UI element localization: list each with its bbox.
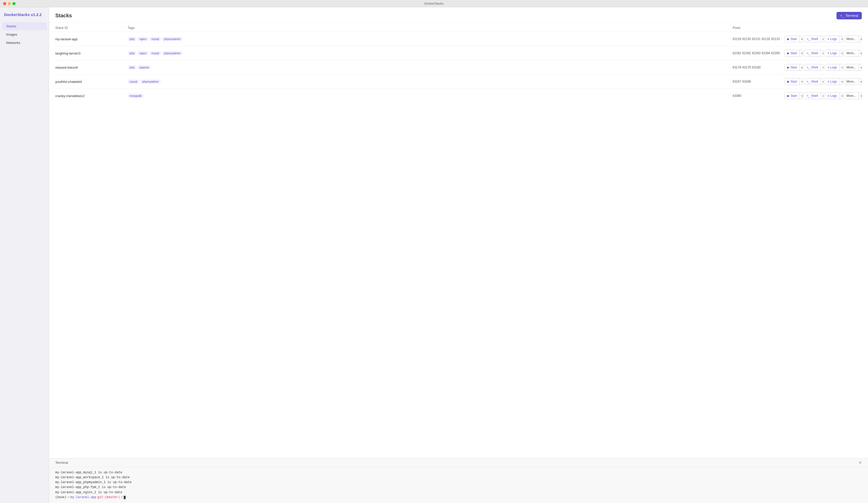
sidebar-item-stacks[interactable]: Stacks [2,22,47,30]
more-caret[interactable]: ▾ [859,36,862,42]
ports-cell: 63178 63179 63180 [733,65,784,69]
ports-cell: 63267 63268 [733,80,784,83]
more-caret[interactable]: ▾ [859,50,862,56]
start-caret[interactable]: ▾ [799,50,803,56]
port: 62133 [772,37,780,41]
more-caret[interactable]: ▾ [859,64,862,71]
start-caret[interactable]: ▾ [799,93,803,99]
more-button[interactable]: More... [844,36,859,42]
logs-button[interactable]: ≡ Logs [825,64,840,71]
app-title: DockerStacks v1.2.2 [0,12,49,22]
start-btn-group: ▶ Start ▾ [784,92,803,99]
shell-button[interactable]: >_ Shell [804,64,820,71]
shell-button[interactable]: >_ Shell [804,93,820,99]
port: 62394 [762,51,770,55]
start-caret[interactable]: ▾ [799,64,803,71]
terminal-icon: >_ [840,14,844,18]
sidebar: DockerStacks v1.2.2 Stacks Images Networ… [0,7,49,503]
terminal-line: my-laravel-app_phpmyadmin_1 is up-to-dat… [55,480,862,485]
sidebar-item-images[interactable]: Images [2,30,47,39]
port: 63180 [752,65,761,69]
main-content: Stacks >_ Terminal Stack ID Tags Ports m… [49,7,868,503]
more-button[interactable]: More... [844,50,859,56]
start-button[interactable]: ▶ Start [785,50,799,56]
port: 62395 [772,51,780,55]
logs-caret[interactable]: ▾ [840,64,843,71]
start-icon: ▶ [787,51,789,55]
shell-caret[interactable]: ▾ [821,64,824,71]
prompt-arrow: ➜ [68,495,69,500]
actions-cell: ▶ Start ▾ >_ Shell ▾ ≡ Logs ▾ More... ▾ [784,36,862,42]
logs-icon: ≡ [827,94,829,98]
logs-icon: ≡ [827,80,829,83]
actions-cell: ▶ Start ▾ >_ Shell ▾ ≡ Logs ▾ More... ▾ [784,64,862,71]
more-caret[interactable]: ▾ [859,93,862,99]
start-button[interactable]: ▶ Start [785,64,799,71]
more-caret[interactable]: ▾ [859,78,862,85]
terminal-body[interactable]: my-laravel-app_mysql_1 is up-to-date my-… [49,467,868,503]
close-btn[interactable] [3,2,6,5]
logs-caret[interactable]: ▾ [840,78,843,85]
more-button[interactable]: More... [844,93,859,99]
shell-caret[interactable]: ▾ [821,78,824,85]
tag: php [127,37,136,41]
start-icon: ▶ [787,37,789,41]
logs-button[interactable]: ≡ Logs [825,78,840,85]
shell-icon: >_ [807,80,810,83]
shell-caret[interactable]: ▾ [821,50,824,56]
page-title: Stacks [55,13,72,19]
logs-button[interactable]: ≡ Logs [825,36,840,42]
tag: phpmyadmin [140,80,161,84]
shell-button[interactable]: >_ Shell [804,50,820,56]
logs-btn-group: ≡ Logs ▾ [825,36,843,42]
maximize-btn[interactable] [12,2,16,5]
port: 62393 [752,51,761,55]
terminal-line: my-laravel-app_workspace_1 is up-to-date [55,475,862,480]
shell-caret[interactable]: ▾ [821,93,824,99]
tags-cell: php nginx mysql phpmyadmin [127,51,733,55]
port: 62132 [762,37,770,41]
tag: apache [137,65,151,70]
terminal-prompt: (base) ➜ my-laravel-app git:(master) ✗ [55,495,862,500]
tag: mysql [149,37,161,41]
more-button[interactable]: More... [844,64,859,71]
logs-caret[interactable]: ▾ [840,93,843,99]
stack-id: my-laravel-app [55,37,127,41]
start-button[interactable]: ▶ Start [785,78,799,85]
actions-cell: ▶ Start ▾ >_ Shell ▾ ≡ Logs ▾ More... ▾ [784,50,862,56]
ports-cell: 63380 [733,94,784,98]
more-btn-group: More... ▾ [844,92,862,99]
table-row: youthful-chatelet4 mysql phpmyadmin 6326… [55,75,862,89]
shell-button[interactable]: >_ Shell [804,36,820,42]
start-caret[interactable]: ▾ [799,36,803,42]
logs-icon: ≡ [827,37,829,41]
shell-caret[interactable]: ▾ [821,36,824,42]
logs-button[interactable]: ≡ Logs [825,93,840,99]
tag: mysql [127,80,139,84]
more-button[interactable]: More... [844,78,859,85]
start-icon: ▶ [787,94,789,98]
terminal-line: my-laravel-app_php-fpm_1 is up-to-date [55,485,862,490]
logs-caret[interactable]: ▾ [840,36,843,42]
shell-btn-group: >_ Shell ▾ [804,50,824,56]
terminal-close-button[interactable]: ✕ [858,461,862,465]
logs-button[interactable]: ≡ Logs [825,50,840,56]
tags-cell: php nginx mysql phpmyadmin [127,37,733,41]
start-button[interactable]: ▶ Start [785,93,799,99]
start-button[interactable]: ▶ Start [785,36,799,42]
port: 63380 [733,94,741,98]
ports-cell: 62129 62130 62131 62132 62133 [733,37,784,41]
shell-icon: >_ [807,51,810,55]
table-row: cranky-mendeleev2 mongodb 63380 ▶ Start … [55,89,862,103]
logs-caret[interactable]: ▾ [840,50,843,56]
shell-btn-group: >_ Shell ▾ [804,92,824,99]
minimize-btn[interactable] [8,2,11,5]
terminal-button[interactable]: >_ Terminal [836,12,862,19]
shell-button[interactable]: >_ Shell [804,78,820,85]
sidebar-item-networks[interactable]: Networks [2,39,47,47]
titlebar-title: DockerStacks [424,2,444,6]
port: 62131 [752,37,761,41]
start-caret[interactable]: ▾ [799,78,803,85]
tag: php [127,65,136,70]
app-layout: DockerStacks v1.2.2 Stacks Images Networ… [0,7,868,503]
